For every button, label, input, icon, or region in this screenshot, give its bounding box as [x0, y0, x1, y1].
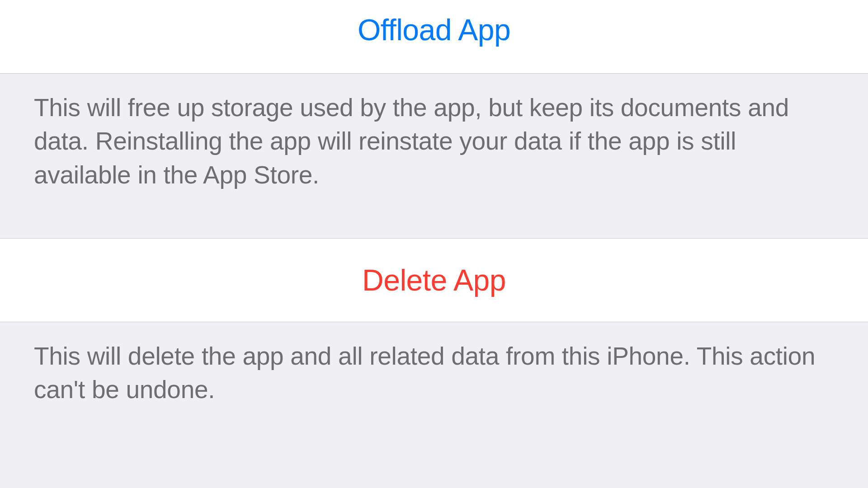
- offload-description: This will free up storage used by the ap…: [0, 74, 868, 209]
- app-storage-settings: Offload App This will free up storage us…: [0, 0, 868, 423]
- delete-app-button[interactable]: Delete App: [0, 238, 868, 322]
- delete-description: This will delete the app and all related…: [0, 322, 868, 424]
- section-spacer: [0, 209, 868, 238]
- offload-app-button[interactable]: Offload App: [0, 0, 868, 74]
